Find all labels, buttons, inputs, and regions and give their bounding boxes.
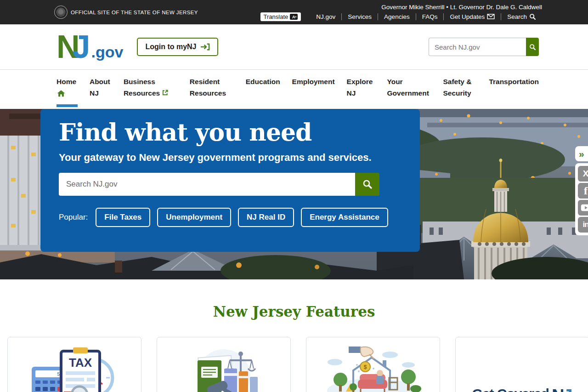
get-covered-text: Get Covered <box>472 387 549 392</box>
hero-search-input[interactable] <box>59 173 355 196</box>
social-rail: » X f in <box>575 146 588 235</box>
translate-button[interactable]: Translate Aa <box>260 12 301 21</box>
nav-item-your-government[interactable]: Your Government <box>387 76 431 107</box>
nav-item-business-resources[interactable]: Business Resources <box>124 76 178 107</box>
topbar-link-njgov[interactable]: NJ.gov <box>310 13 341 20</box>
social-expand-button[interactable]: » <box>575 146 588 161</box>
taxes-illustration: 5 <box>22 345 127 392</box>
site-header: N J .gov Login to myNJ <box>0 24 588 70</box>
feature-card-get-covered-nj[interactable]: Get Covered N J New Jersey's Official He… <box>455 337 588 392</box>
translate-label: Translate <box>264 13 288 20</box>
svg-text:$: $ <box>364 364 367 370</box>
search-icon <box>362 179 373 189</box>
popular-unemployment-button[interactable]: Unemployment <box>157 208 231 227</box>
nav-label: Education <box>246 78 280 85</box>
youtube-icon[interactable] <box>578 200 588 216</box>
nav-item-education[interactable]: Education <box>246 76 280 107</box>
main-navigation: Home About NJ Business Resources Residen… <box>0 70 588 109</box>
nav-label: Your Government <box>387 78 429 97</box>
governor-line: Governor Mikie Sherrill • Lt. Governor D… <box>381 4 542 11</box>
legal-illustration <box>171 345 277 392</box>
popular-energy-assistance-button[interactable]: Energy Assistance <box>301 208 388 227</box>
nav-label: Resident Resources <box>190 78 226 97</box>
external-link-icon <box>162 88 169 100</box>
assistance-illustration: $ <box>320 345 426 392</box>
nav-label: Transportation <box>489 78 539 85</box>
get-covered-logo: Get Covered N J <box>472 387 573 392</box>
topbar-link-faqs[interactable]: FAQs <box>416 13 444 20</box>
hero-search-button[interactable] <box>355 173 379 196</box>
login-label: Login to myNJ <box>145 43 196 51</box>
nav-item-safety-security[interactable]: Safety & Security <box>443 76 477 107</box>
hero-title: Find what you need <box>59 118 401 146</box>
feature-card-taxes[interactable]: 5 <box>7 337 141 392</box>
facebook-icon[interactable]: f <box>578 183 588 199</box>
header-search-button[interactable] <box>526 38 539 56</box>
hero-panel: Find what you need Your gateway to New J… <box>40 109 420 252</box>
header-search <box>429 38 539 56</box>
feature-card-legal[interactable] <box>157 337 291 392</box>
logo-gov-suffix: .gov <box>91 44 124 60</box>
hero-subtitle: Your gateway to New Jersey government pr… <box>59 152 401 164</box>
nav-label: Employment <box>292 78 335 85</box>
nav-item-explore-nj[interactable]: Explore NJ <box>347 76 375 107</box>
nav-label: Home <box>57 78 76 85</box>
nav-label: Explore NJ <box>347 78 373 97</box>
svg-text:TAX: TAX <box>69 356 92 369</box>
features-title: New Jersey Features <box>0 303 588 320</box>
topbar-link-get-updates[interactable]: Get Updates <box>444 13 501 20</box>
feature-cards-row: 5 <box>0 337 588 392</box>
njgov-logo[interactable]: N J .gov <box>57 31 123 63</box>
login-mynj-button[interactable]: Login to myNJ <box>137 38 218 56</box>
nav-label: About NJ <box>90 78 110 97</box>
svg-text:5: 5 <box>57 372 60 377</box>
official-site-text: OFFICIAL SITE OF THE STATE OF NEW JERSEY <box>71 10 198 15</box>
login-arrow-icon <box>200 43 210 51</box>
hero-search <box>59 173 379 196</box>
x-twitter-icon[interactable]: X <box>578 166 588 182</box>
nav-item-transportation[interactable]: Transportation <box>489 76 539 107</box>
get-covered-n: N <box>552 387 563 392</box>
search-icon <box>529 13 536 20</box>
topbar-link-agencies[interactable]: Agencies <box>378 13 416 20</box>
get-covered-j: J <box>563 387 572 392</box>
nav-item-employment[interactable]: Employment <box>292 76 335 107</box>
active-tab-indicator <box>57 104 78 107</box>
topbar-link-services[interactable]: Services <box>342 13 378 20</box>
translate-icon: Aa <box>290 14 298 20</box>
header-search-input[interactable] <box>429 38 526 56</box>
linkedin-icon[interactable]: in <box>578 217 588 233</box>
state-seal-icon <box>54 6 68 19</box>
envelope-icon <box>487 14 495 19</box>
popular-nj-real-id-button[interactable]: NJ Real ID <box>238 208 294 227</box>
nav-item-about-nj[interactable]: About NJ <box>90 76 112 107</box>
nav-item-home[interactable]: Home <box>57 76 78 107</box>
popular-label: Popular: <box>59 213 88 222</box>
home-icon <box>57 89 78 98</box>
popular-file-taxes-button[interactable]: File Taxes <box>96 208 150 227</box>
topbar: OFFICIAL SITE OF THE STATE OF NEW JERSEY… <box>0 0 588 24</box>
nav-item-resident-resources[interactable]: Resident Resources <box>190 76 234 107</box>
logo-letter-j: J <box>73 31 90 63</box>
features-section: New Jersey Features 5 <box>0 279 588 392</box>
nav-label: Safety & Security <box>443 78 471 97</box>
feature-card-assistance[interactable]: $ <box>306 337 440 392</box>
topbar-link-search[interactable]: Search <box>501 13 542 20</box>
hero-section: Find what you need Your gateway to New J… <box>0 109 588 279</box>
search-icon <box>529 44 536 51</box>
nav-label: Business Resources <box>124 78 160 97</box>
